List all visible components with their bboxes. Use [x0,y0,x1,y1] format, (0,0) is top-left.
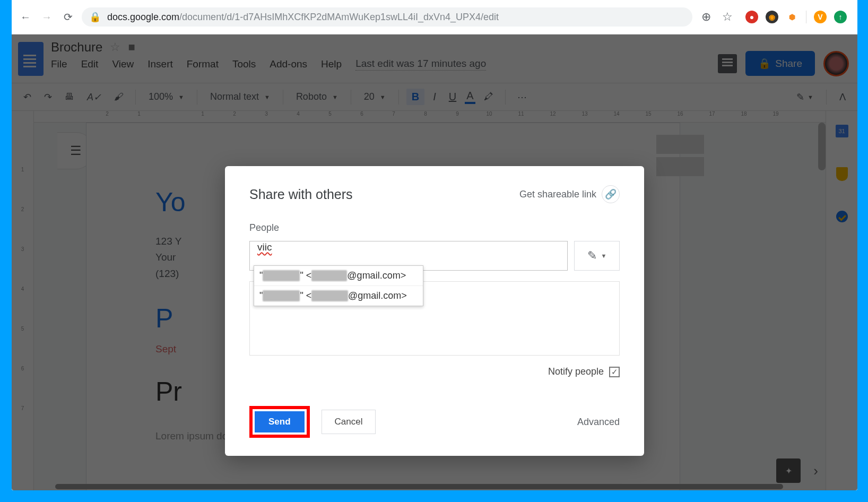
cancel-button[interactable]: Cancel [322,410,376,434]
browser-toolbar: ← → ⟳ 🔒 docs.google.com/document/d/1-d7A… [12,0,857,34]
dialog-title: Share with others [249,187,353,202]
notify-label: Notify people [548,366,604,377]
google-docs-app: Brochure ☆ ■ File Edit View Insert Forma… [12,34,857,490]
reload-button[interactable]: ⟳ [60,10,75,24]
bookmark-star-icon[interactable]: ☆ [720,10,735,24]
update-icon[interactable]: ↑ [834,11,847,23]
advanced-link[interactable]: Advanced [577,417,620,428]
suggestion-item[interactable]: "wiistorus" <Viistoras@gmail.com> [254,286,423,306]
extension-icon-2[interactable]: ◉ [766,11,778,23]
forward-button[interactable]: → [39,10,54,24]
contact-suggestions: "wiisterus" <niisterus@gmail.com> "wiist… [254,265,423,306]
share-dialog: Share with others Get shareable link 🔗 P… [225,166,644,456]
extension-icon-1[interactable]: ● [745,11,758,23]
zoom-icon[interactable]: ⊕ [699,10,714,24]
suggestion-item[interactable]: "wiisterus" <niisterus@gmail.com> [254,266,423,286]
url-bar[interactable]: 🔒 docs.google.com/document/d/1-d7AHsIMhX… [82,7,692,27]
extension-icons: ● ◉ ⬢ V ↑ [741,11,851,23]
modal-overlay: Share with others Get shareable link 🔗 P… [12,34,857,490]
notify-checkbox[interactable]: ✓ [609,367,620,377]
get-shareable-link[interactable]: Get shareable link 🔗 [519,185,620,203]
send-button[interactable]: Send [255,411,305,432]
url-host: docs.google.com [107,12,179,22]
send-button-highlight: Send [249,406,310,438]
permission-dropdown[interactable]: ✎ ▼ [574,241,620,271]
lock-icon: 🔒 [89,11,101,23]
extension-icon-3[interactable]: ⬢ [786,11,798,23]
url-path: /document/d/1-d7AHsIMhXCfKP2dMAmWuKep1sw… [179,12,499,22]
back-button[interactable]: ← [18,10,33,24]
people-label: People [249,222,620,233]
link-icon: 🔗 [602,185,620,203]
browser-window: ← → ⟳ 🔒 docs.google.com/document/d/1-d7A… [12,0,857,490]
profile-avatar[interactable]: V [814,11,827,23]
